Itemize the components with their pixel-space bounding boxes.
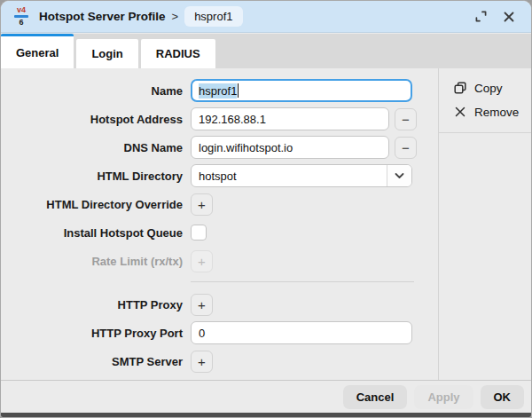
copy-icon (453, 82, 467, 94)
dialog-title: Hotspot Server Profile (39, 10, 166, 23)
plus-icon: + (198, 354, 206, 369)
tab-strip: General Login RADIUS (1, 34, 531, 68)
http-proxy-port-label: HTTP Proxy Port (1, 327, 191, 340)
close-window-button[interactable] (497, 5, 520, 28)
html-directory-override-add-button[interactable]: + (191, 193, 213, 216)
chevron-down-icon (395, 172, 404, 179)
ok-button[interactable]: OK (481, 385, 525, 409)
name-label: Name (1, 84, 191, 98)
name-value-selected: hsprof1 (199, 83, 237, 99)
dialog-footer: Cancel Apply OK (1, 380, 531, 413)
tab-general[interactable]: General (1, 34, 74, 68)
window-bottom-edge (1, 413, 531, 417)
html-directory-value: hotspot (192, 165, 387, 186)
http-proxy-add-button[interactable]: + (191, 294, 213, 316)
plus-icon: + (198, 297, 206, 312)
expand-icon (474, 10, 488, 23)
minus-icon: − (402, 112, 410, 127)
minus-icon: − (402, 140, 410, 155)
titlebar: v4 6 Hotspot Server Profile > hsprof1 (1, 1, 531, 33)
general-tab-panel: Name hsprof1 Hotspot Address − DNS Name … (1, 68, 531, 380)
name-input[interactable]: hsprof1 (191, 79, 412, 102)
plus-icon: + (198, 254, 206, 269)
html-directory-label: HTML Directory (1, 170, 191, 183)
form-section-divider (191, 281, 414, 282)
tab-radius[interactable]: RADIUS (141, 39, 215, 68)
tab-login[interactable]: Login (76, 39, 137, 68)
plus-icon: + (198, 197, 206, 212)
smtp-server-add-button[interactable]: + (191, 351, 213, 373)
icon-text-6: 6 (19, 19, 23, 27)
hotspot-server-profile-dialog: v4 6 Hotspot Server Profile > hsprof1 Ge… (0, 0, 532, 418)
remove-label: Remove (474, 106, 519, 119)
profile-name-chip: hsprof1 (184, 6, 242, 27)
ipv4-ipv6-app-icon: v4 6 (12, 6, 31, 28)
dns-name-input[interactable] (191, 136, 389, 159)
copy-label: Copy (474, 82, 503, 95)
html-directory-dropdown-button[interactable] (387, 165, 411, 186)
text-caret (238, 83, 239, 98)
http-proxy-port-input[interactable] (191, 321, 412, 344)
dns-name-remove-button[interactable]: − (395, 137, 417, 159)
side-action-panel: Copy Remove (438, 68, 531, 380)
http-proxy-label: HTTP Proxy (1, 298, 191, 312)
html-directory-override-label: HTML Directory Override (1, 198, 191, 211)
breadcrumb-separator: > (172, 10, 179, 23)
hotspot-address-input[interactable] (191, 107, 389, 130)
hotspot-address-label: Hotspot Address (1, 113, 191, 126)
install-hotspot-queue-label: Install Hotspot Queue (1, 226, 191, 240)
icon-text-v4: v4 (17, 5, 26, 14)
smtp-server-label: SMTP Server (1, 355, 191, 368)
close-icon (503, 11, 515, 23)
install-hotspot-queue-checkbox[interactable] (191, 225, 207, 241)
rate-limit-add-button[interactable]: + (191, 250, 213, 272)
remove-x-icon (453, 106, 467, 117)
dns-name-label: DNS Name (1, 141, 191, 154)
expand-window-button[interactable] (469, 5, 492, 28)
html-directory-combobox[interactable]: hotspot (191, 164, 412, 187)
rate-limit-label: Rate Limit (rx/tx) (1, 255, 191, 268)
apply-button[interactable]: Apply (414, 385, 473, 409)
hotspot-address-remove-button[interactable]: − (395, 108, 417, 130)
copy-button[interactable]: Copy (453, 77, 531, 99)
cancel-button[interactable]: Cancel (343, 385, 408, 409)
remove-button[interactable]: Remove (453, 101, 531, 122)
